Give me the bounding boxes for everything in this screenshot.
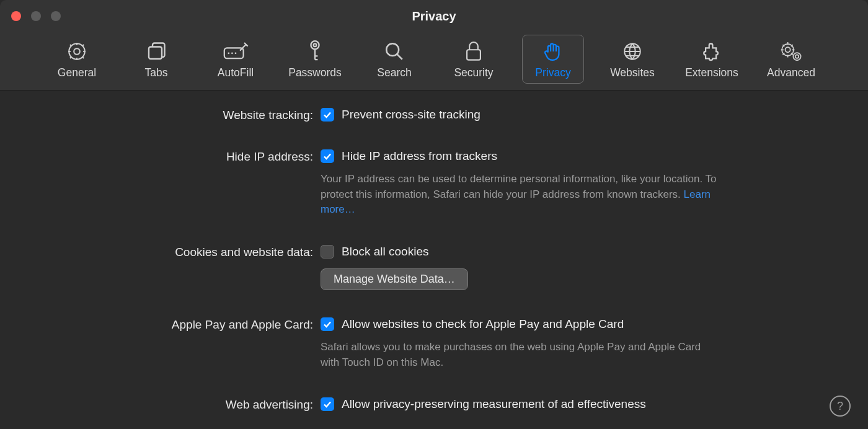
gear-icon: [66, 39, 88, 64]
checkbox-hide-ip-from-trackers[interactable]: [321, 149, 334, 163]
label-apple-pay: Apple Pay and Apple Card:: [0, 317, 313, 332]
svg-point-15: [793, 53, 800, 60]
svg-point-8: [314, 43, 317, 46]
checkbox-label: Block all cookies: [342, 245, 428, 259]
tab-label: Passwords: [288, 66, 342, 79]
row-cookies: Cookies and website data: Block all cook…: [0, 245, 868, 290]
tabs-icon: [145, 39, 167, 64]
tab-privacy[interactable]: Privacy: [522, 35, 584, 84]
checkbox-prevent-cross-site-tracking[interactable]: [321, 108, 334, 122]
close-window-button[interactable]: [11, 11, 21, 21]
tab-tabs[interactable]: Tabs: [125, 35, 187, 84]
window-title: Privacy: [412, 9, 456, 24]
tab-security[interactable]: Security: [443, 35, 505, 84]
row-apple-pay: Apple Pay and Apple Card: Allow websites…: [0, 317, 868, 370]
gears-icon: [779, 39, 803, 64]
titlebar: Privacy: [0, 0, 868, 32]
svg-point-9: [386, 43, 399, 56]
autofill-icon: [223, 39, 249, 64]
checkbox-privacy-preserving-ads[interactable]: [321, 397, 334, 411]
row-web-advertising: Web advertising: Allow privacy-preservin…: [0, 397, 868, 412]
label-cookies: Cookies and website data:: [0, 245, 313, 259]
checkbox-label: Hide IP address from trackers: [342, 149, 497, 163]
label-web-advertising: Web advertising:: [0, 397, 313, 412]
svg-rect-10: [467, 50, 480, 60]
manage-website-data-button[interactable]: Manage Website Data…: [321, 268, 468, 290]
preferences-toolbar: General Tabs AutoFill: [0, 32, 868, 91]
svg-point-6: [235, 52, 237, 54]
help-button[interactable]: ?: [830, 396, 851, 417]
label-website-tracking: Website tracking:: [0, 108, 313, 122]
checkbox-apple-pay-check[interactable]: [321, 317, 334, 331]
svg-rect-2: [149, 47, 162, 60]
globe-icon: [622, 39, 643, 64]
row-website-tracking: Website tracking: Prevent cross-site tra…: [0, 108, 868, 122]
checkbox-label: Prevent cross-site tracking: [342, 108, 480, 122]
tab-general[interactable]: General: [46, 35, 108, 84]
puzzle-icon: [701, 39, 722, 64]
tab-autofill[interactable]: AutoFill: [205, 35, 267, 84]
tab-label: Privacy: [535, 66, 570, 79]
tab-label: Extensions: [685, 66, 738, 79]
key-icon: [306, 39, 324, 64]
tab-label: Security: [454, 66, 493, 79]
tab-advanced[interactable]: Advanced: [760, 35, 822, 84]
zoom-window-button[interactable]: [51, 11, 61, 21]
svg-point-14: [795, 55, 799, 58]
description-hide-ip: Your IP address can be used to determine…: [321, 172, 717, 218]
svg-point-12: [786, 47, 790, 52]
svg-point-7: [311, 41, 319, 49]
traffic-lights: [11, 11, 61, 21]
description-apple-pay: Safari allows you to make purchases on t…: [321, 340, 717, 370]
svg-point-1: [69, 43, 85, 60]
tab-search[interactable]: Search: [363, 35, 425, 84]
privacy-pane: Website tracking: Prevent cross-site tra…: [0, 91, 868, 412]
row-hide-ip: Hide IP address: Hide IP address from tr…: [0, 149, 868, 218]
svg-point-5: [231, 52, 233, 54]
lock-icon: [464, 39, 483, 64]
tab-passwords[interactable]: Passwords: [284, 35, 346, 84]
checkbox-label: Allow websites to check for Apple Pay an…: [342, 317, 624, 331]
tab-websites[interactable]: Websites: [601, 35, 663, 84]
hand-icon: [542, 39, 564, 64]
tab-label: Advanced: [767, 66, 815, 79]
svg-point-4: [228, 52, 229, 54]
minimize-window-button[interactable]: [31, 11, 41, 21]
tab-label: Tabs: [145, 66, 168, 79]
label-hide-ip: Hide IP address:: [0, 149, 313, 164]
tab-extensions[interactable]: Extensions: [681, 35, 743, 84]
tab-label: General: [58, 66, 96, 79]
checkbox-block-all-cookies[interactable]: [321, 245, 334, 259]
svg-point-0: [74, 48, 80, 55]
tab-label: AutoFill: [218, 66, 254, 79]
tab-label: Websites: [610, 66, 655, 79]
tab-label: Search: [377, 66, 411, 79]
search-icon: [384, 39, 405, 64]
checkbox-label: Allow privacy-preserving measurement of …: [342, 397, 646, 411]
